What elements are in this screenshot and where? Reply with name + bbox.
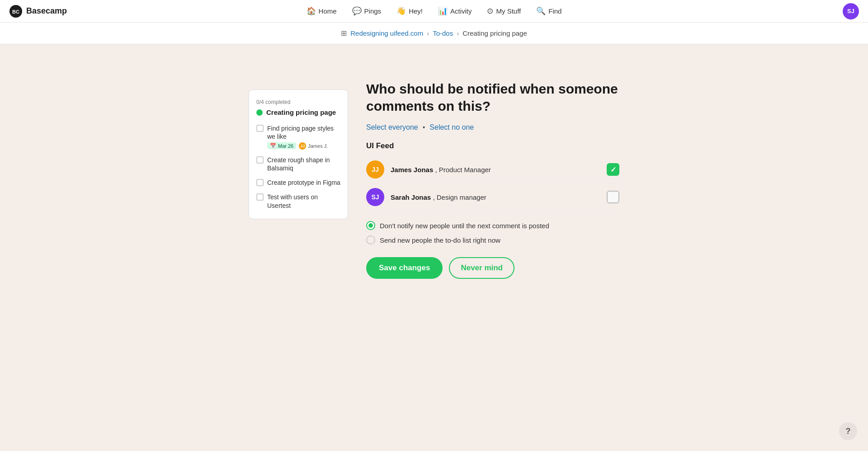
nevermind-button[interactable]: Never mind	[449, 257, 514, 279]
avatar-sarah-initials: SJ	[371, 193, 379, 201]
sidebar-item-3: Create prototype in Figma	[256, 179, 340, 187]
sidebar-items: Find pricing page styles we like 📅 Mar 2…	[256, 124, 340, 210]
person-name-james: James Jonas	[391, 166, 433, 174]
nav-find[interactable]: 🔍 Find	[530, 4, 568, 19]
avatar-sarah: SJ	[366, 188, 384, 206]
main-content: 0/4 completed Creating pricing page Find…	[0, 44, 868, 297]
nav-home[interactable]: 🏠 Home	[300, 4, 343, 19]
todo-label-2: Create rough shape in Balsamiq	[267, 156, 340, 172]
sidebar-item-2: Create rough shape in Balsamiq	[256, 156, 340, 172]
avatar-james-initials: JJ	[372, 166, 379, 173]
calendar-icon: 📅	[270, 143, 276, 149]
help-icon: ?	[846, 427, 851, 436]
select-links: Select everyone • Select no one	[366, 123, 619, 132]
find-icon: 🔍	[536, 6, 546, 16]
form-title: Who should be notified when someone comm…	[366, 80, 619, 114]
breadcrumb: ⊞ Redesigning uifeed.com › To-dos › Crea…	[341, 29, 527, 38]
breadcrumb-sep-1: ›	[427, 29, 429, 37]
progress-dot	[256, 109, 263, 116]
person-info-sarah: Sarah Jonas , Design manager	[391, 193, 600, 201]
person-info-james: James Jonas , Product Manager	[391, 166, 600, 174]
radio-option-1[interactable]: Don't notify new people until the next c…	[366, 221, 619, 230]
radio-label-2: Send new people the to-do list right now	[380, 236, 500, 244]
sidebar-todo-card: 0/4 completed Creating pricing page Find…	[249, 89, 348, 219]
nav-activity[interactable]: 📊 Activity	[432, 4, 478, 19]
nav-hey-label: Hey!	[409, 7, 423, 15]
hey-icon: 👋	[396, 6, 406, 16]
todo-item-content-4: Test with users on Usertest	[267, 193, 340, 209]
todo-checkbox-1[interactable]	[256, 125, 264, 132]
todo-assignee-1: JJ James J.	[299, 142, 328, 150]
todo-label-4: Test with users on Usertest	[267, 193, 340, 209]
nav-mystuff-label: My Stuff	[496, 7, 521, 15]
nav-find-label: Find	[548, 7, 561, 15]
radio-circle-1[interactable]	[366, 221, 375, 230]
person-checkbox-sarah[interactable]	[607, 191, 619, 203]
avatar-james: JJ	[366, 160, 384, 179]
nav-pings-label: Pings	[364, 7, 382, 15]
person-role-sarah: , Design manager	[433, 193, 486, 201]
nav-links: 🏠 Home 💬 Pings 👋 Hey! 📊 Activity ⊙ My St…	[300, 4, 568, 19]
notification-form: Who should be notified when someone comm…	[366, 62, 619, 279]
help-button[interactable]: ?	[839, 422, 857, 440]
person-name-sarah: Sarah Jonas	[391, 193, 431, 201]
nav-mystuff[interactable]: ⊙ My Stuff	[481, 4, 527, 19]
person-row-james: JJ James Jonas , Product Manager	[366, 156, 619, 183]
sidebar-item-4: Test with users on Usertest	[256, 193, 340, 209]
svg-text:BC: BC	[12, 9, 19, 14]
home-icon: 🏠	[307, 6, 316, 16]
nav-hey[interactable]: 👋 Hey!	[390, 4, 429, 19]
breadcrumb-section[interactable]: To-dos	[433, 29, 453, 37]
todo-label-3: Create prototype in Figma	[267, 179, 340, 187]
pings-icon: 💬	[352, 6, 362, 16]
team-name: UI Feed	[366, 141, 619, 150]
select-everyone-link[interactable]: Select everyone	[366, 123, 418, 132]
todo-label-1: Find pricing page styles we like	[267, 124, 340, 141]
todo-meta-1: 📅 Mar 26 JJ James J.	[267, 142, 340, 150]
todo-item-content-1: Find pricing page styles we like 📅 Mar 2…	[267, 124, 340, 150]
todo-date-1: 📅 Mar 26	[267, 142, 296, 149]
nav-pings[interactable]: 💬 Pings	[346, 4, 388, 19]
activity-icon: 📊	[438, 6, 448, 16]
select-no-one-link[interactable]: Select no one	[429, 123, 474, 132]
nav-home-label: Home	[319, 7, 337, 15]
person-row-sarah: SJ Sarah Jonas , Design manager	[366, 183, 619, 211]
radio-label-1: Don't notify new people until the next c…	[380, 222, 549, 230]
radio-circle-2[interactable]	[366, 235, 375, 244]
brand-logo[interactable]: BC Basecamp	[9, 5, 67, 18]
action-buttons: Save changes Never mind	[366, 257, 619, 279]
todo-checkbox-4[interactable]	[256, 193, 264, 201]
brand-name: Basecamp	[26, 6, 67, 16]
person-role-james: , Product Manager	[435, 166, 491, 174]
breadcrumb-sep-2: ›	[457, 29, 459, 37]
person-checkbox-james[interactable]	[607, 163, 619, 176]
sidebar-title-row: Creating pricing page	[256, 108, 340, 117]
todo-checkbox-2[interactable]	[256, 156, 264, 164]
breadcrumb-bar: ⊞ Redesigning uifeed.com › To-dos › Crea…	[0, 23, 868, 44]
assignee-avatar-1: JJ	[299, 142, 306, 150]
top-nav: BC Basecamp 🏠 Home 💬 Pings 👋 Hey! 📊 Acti…	[0, 0, 868, 23]
user-avatar[interactable]: SJ	[843, 3, 859, 19]
avatar-initials: SJ	[847, 8, 854, 14]
radio-option-2[interactable]: Send new people the to-do list right now	[366, 235, 619, 244]
radio-section: Don't notify new people until the next c…	[366, 221, 619, 244]
sidebar-item: Find pricing page styles we like 📅 Mar 2…	[256, 124, 340, 150]
select-separator: •	[423, 123, 425, 132]
sidebar-title: Creating pricing page	[266, 108, 336, 117]
todo-item-content-3: Create prototype in Figma	[267, 179, 340, 187]
save-button[interactable]: Save changes	[366, 257, 443, 279]
todo-checkbox-3[interactable]	[256, 179, 264, 186]
todo-item-content-2: Create rough shape in Balsamiq	[267, 156, 340, 172]
nav-activity-label: Activity	[450, 7, 472, 15]
project-icon: ⊞	[341, 29, 347, 38]
mystuff-icon: ⊙	[487, 6, 493, 16]
breadcrumb-current: Creating pricing page	[462, 29, 527, 37]
breadcrumb-project[interactable]: Redesigning uifeed.com	[350, 29, 423, 37]
sidebar-progress: 0/4 completed	[256, 99, 340, 105]
